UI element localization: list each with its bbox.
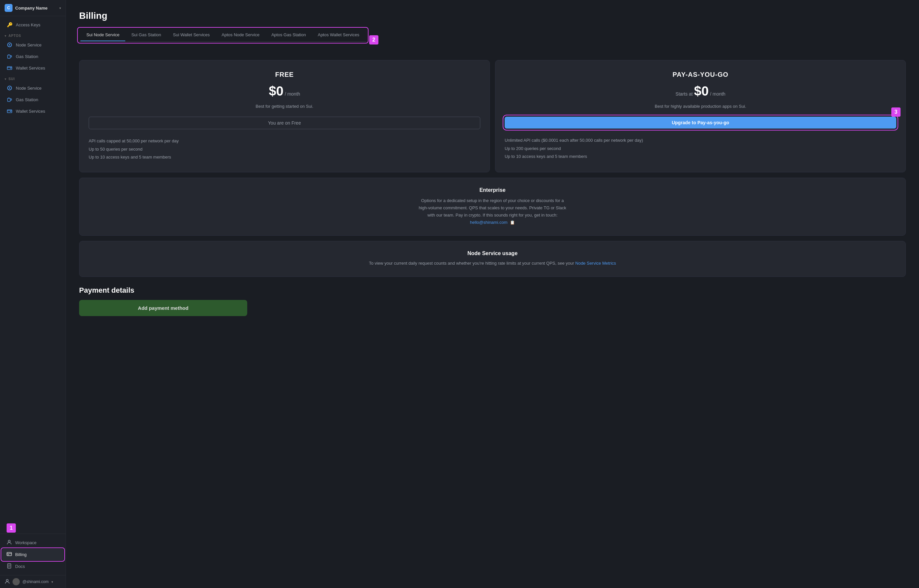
paygo-plan-card: PAY-AS-YOU-GO Starts at $0 / month Best … <box>495 60 906 172</box>
tab-sui-node[interactable]: Sui Node Service <box>81 29 125 41</box>
sidebar-item-sui-gas[interactable]: Gas Station <box>2 94 64 105</box>
tab-sui-wallet[interactable]: Sui Wallet Services <box>167 29 216 41</box>
company-name: Company Name <box>15 6 57 11</box>
sidebar: C Company Name ▾ 🔑 Access Keys ▾ APTOS N… <box>0 0 66 588</box>
free-feature-1: API calls capped at 50,000 per network p… <box>89 137 480 145</box>
svg-rect-14 <box>8 555 9 556</box>
user-avatar <box>13 578 20 585</box>
svg-rect-9 <box>8 98 9 99</box>
chevron-sui-icon: ▾ <box>5 78 6 81</box>
billing-icon <box>6 551 12 558</box>
tab-sui-gas[interactable]: Sui Gas Station <box>125 29 167 41</box>
tab-aptos-gas[interactable]: Aptos Gas Station <box>265 29 312 41</box>
paygo-description: Best for highly available production app… <box>505 104 896 109</box>
paygo-price: $0 <box>694 84 709 99</box>
svg-point-7 <box>9 87 10 89</box>
svg-point-1 <box>9 44 10 45</box>
sidebar-item-aptos-gas[interactable]: Gas Station <box>2 51 64 62</box>
sidebar-item-access-keys[interactable]: 🔑 Access Keys <box>2 19 64 30</box>
usage-title: Node Service usage <box>89 250 896 257</box>
svg-rect-3 <box>8 54 9 55</box>
sidebar-item-workspace[interactable]: Workspace <box>2 537 64 548</box>
free-price: $0 <box>269 84 283 99</box>
node-aptos-icon <box>6 42 13 48</box>
free-period: / month <box>285 91 300 97</box>
free-price-row: $0 / month <box>89 84 480 99</box>
sidebar-nav: 🔑 Access Keys ▾ APTOS Node Service <box>0 16 66 534</box>
svg-rect-13 <box>7 552 11 556</box>
paygo-features: Unlimited API calls ($0.0001 each after … <box>505 136 896 161</box>
sidebar-bottom: Workspace Billing Docs <box>0 534 66 575</box>
free-feature-2: Up to 50 queries per second <box>89 145 480 153</box>
company-avatar: C <box>5 4 13 12</box>
paygo-feature-2: Up to 200 queries per second <box>505 145 896 153</box>
tab-aptos-node[interactable]: Aptos Node Service <box>216 29 265 41</box>
node-service-metrics-link[interactable]: Node Service Metrics <box>575 261 616 266</box>
payment-title: Payment details <box>79 286 906 295</box>
tab-aptos-wallet[interactable]: Aptos Wallet Services <box>312 29 365 41</box>
starts-at-label: Starts at <box>675 91 693 97</box>
wallet-sui-icon <box>6 108 13 114</box>
billing-tabs: Sui Node Service Sui Gas Station Sui Wal… <box>79 29 367 42</box>
user-section[interactable]: @shinami.com ▾ <box>0 575 66 588</box>
paygo-plan-title: PAY-AS-YOU-GO <box>505 71 896 78</box>
wallet-aptos-icon <box>6 65 13 71</box>
free-description: Best for getting started on Sui. <box>89 104 480 109</box>
docs-icon <box>6 563 12 570</box>
sidebar-item-aptos-wallet[interactable]: Wallet Services <box>2 62 64 73</box>
paygo-period: / month <box>710 91 725 97</box>
paygo-feature-1: Unlimited API calls ($0.0001 each after … <box>505 136 896 145</box>
svg-rect-8 <box>8 98 10 102</box>
page-title: Billing <box>79 11 906 21</box>
payment-section: Payment details Add payment method <box>79 286 906 316</box>
node-sui-icon <box>6 85 13 91</box>
company-header[interactable]: C Company Name ▾ <box>0 0 66 16</box>
svg-rect-2 <box>8 55 10 58</box>
sidebar-item-docs[interactable]: Docs <box>2 561 64 572</box>
svg-point-16 <box>6 580 8 582</box>
sidebar-item-sui-wallet[interactable]: Wallet Services <box>2 105 64 117</box>
workspace-icon <box>6 540 12 546</box>
gas-sui-icon <box>6 97 13 102</box>
sidebar-item-aptos-node[interactable]: Node Service <box>2 39 64 50</box>
free-features: API calls capped at 50,000 per network p… <box>89 137 480 162</box>
enterprise-description: Options for a dedicated setup in the reg… <box>380 197 604 226</box>
paygo-feature-3: Up to 10 access keys and 5 team members <box>505 153 896 161</box>
enterprise-title: Enterprise <box>89 187 896 193</box>
sidebar-item-sui-node[interactable]: Node Service <box>2 82 64 94</box>
copy-icon[interactable]: 📋 <box>510 219 515 226</box>
key-icon: 🔑 <box>6 22 13 28</box>
free-plan-title: FREE <box>89 71 480 78</box>
svg-point-12 <box>8 540 10 542</box>
chevron-down-icon: ▾ <box>59 6 61 10</box>
main-content: Billing Sui Node Service Sui Gas Station… <box>66 0 919 588</box>
section-aptos: ▾ APTOS <box>0 31 66 39</box>
annotation-badge-2: 2 <box>369 35 378 45</box>
billing-cards: FREE $0 / month Best for getting started… <box>79 60 906 172</box>
chevron-aptos-icon: ▾ <box>5 34 6 37</box>
add-payment-button[interactable]: Add payment method <box>79 300 247 316</box>
user-email: @shinami.com <box>23 580 49 584</box>
usage-card: Node Service usage To view your current … <box>79 241 906 276</box>
free-plan-card: FREE $0 / month Best for getting started… <box>79 60 490 172</box>
gas-aptos-icon <box>6 53 13 59</box>
enterprise-card: Enterprise Options for a dedicated setup… <box>79 178 906 236</box>
section-sui: ▾ SUI <box>0 74 66 82</box>
user-chevron-icon: ▾ <box>52 580 53 584</box>
enterprise-email-link[interactable]: hello@shinami.com <box>470 220 508 225</box>
paygo-price-row: Starts at $0 / month <box>505 84 896 99</box>
sidebar-item-billing[interactable]: Billing <box>2 549 64 560</box>
free-feature-3: Up to 10 access keys and 5 team members <box>89 153 480 162</box>
upgrade-btn-wrapper: Upgrade to Pay-as-you-go <box>505 117 896 129</box>
upgrade-button[interactable]: Upgrade to Pay-as-you-go <box>505 117 896 129</box>
user-icon <box>5 579 10 585</box>
current-plan-button: You are on Free <box>89 117 480 129</box>
usage-description: To view your current daily request count… <box>89 260 896 267</box>
